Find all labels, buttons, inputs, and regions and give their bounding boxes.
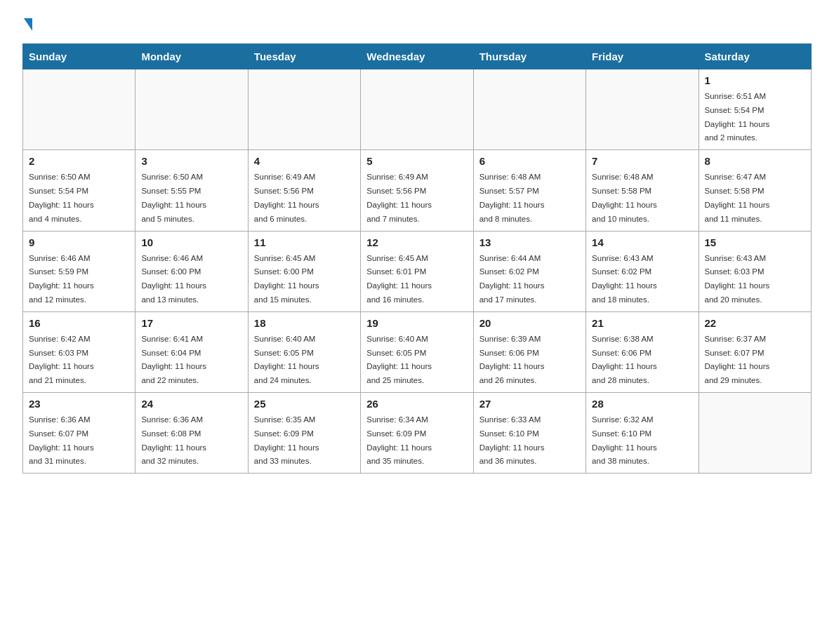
calendar-cell: 24Sunrise: 6:36 AMSunset: 6:08 PMDayligh… <box>135 393 248 474</box>
day-number: 11 <box>254 236 355 248</box>
day-number: 18 <box>254 317 355 329</box>
day-number: 12 <box>366 236 467 248</box>
calendar-cell: 12Sunrise: 6:45 AMSunset: 6:01 PMDayligh… <box>361 231 473 311</box>
page-header <box>22 17 812 31</box>
day-number: 23 <box>29 398 129 410</box>
calendar-cell <box>135 69 248 150</box>
calendar-cell: 7Sunrise: 6:48 AMSunset: 5:58 PMDaylight… <box>586 150 699 231</box>
calendar-cell: 3Sunrise: 6:50 AMSunset: 5:55 PMDaylight… <box>135 150 248 231</box>
week-row-5: 23Sunrise: 6:36 AMSunset: 6:07 PMDayligh… <box>23 393 812 474</box>
weekday-header-tuesday: Tuesday <box>248 44 360 69</box>
day-info: Sunrise: 6:48 AMSunset: 5:58 PMDaylight:… <box>592 173 657 222</box>
calendar-cell: 21Sunrise: 6:38 AMSunset: 6:06 PMDayligh… <box>586 311 699 392</box>
calendar-cell <box>473 69 585 150</box>
weekday-header-friday: Friday <box>586 44 699 69</box>
day-number: 15 <box>705 236 805 248</box>
day-info: Sunrise: 6:50 AMSunset: 5:54 PMDaylight:… <box>29 173 94 222</box>
day-number: 16 <box>29 317 129 329</box>
weekday-header-saturday: Saturday <box>699 44 811 69</box>
calendar-cell <box>23 69 135 150</box>
day-info: Sunrise: 6:35 AMSunset: 6:09 PMDaylight:… <box>254 415 319 465</box>
calendar-cell: 26Sunrise: 6:34 AMSunset: 6:09 PMDayligh… <box>361 393 473 474</box>
calendar-cell: 22Sunrise: 6:37 AMSunset: 6:07 PMDayligh… <box>699 311 811 392</box>
calendar-cell: 18Sunrise: 6:40 AMSunset: 6:05 PMDayligh… <box>248 311 360 392</box>
day-info: Sunrise: 6:48 AMSunset: 5:57 PMDaylight:… <box>479 173 545 222</box>
calendar-cell: 28Sunrise: 6:32 AMSunset: 6:10 PMDayligh… <box>586 393 699 474</box>
weekday-header-monday: Monday <box>135 44 248 69</box>
calendar-table: SundayMondayTuesdayWednesdayThursdayFrid… <box>22 43 812 474</box>
day-number: 10 <box>141 236 241 248</box>
day-number: 3 <box>141 155 241 167</box>
calendar-cell: 10Sunrise: 6:46 AMSunset: 6:00 PMDayligh… <box>135 231 248 311</box>
day-number: 2 <box>29 155 129 167</box>
day-info: Sunrise: 6:47 AMSunset: 5:58 PMDaylight:… <box>705 173 770 222</box>
calendar-cell: 13Sunrise: 6:44 AMSunset: 6:02 PMDayligh… <box>473 231 585 311</box>
day-number: 25 <box>254 398 355 410</box>
day-info: Sunrise: 6:38 AMSunset: 6:06 PMDaylight:… <box>592 335 657 384</box>
weekday-header-sunday: Sunday <box>23 44 135 69</box>
day-info: Sunrise: 6:45 AMSunset: 6:01 PMDaylight:… <box>366 254 432 304</box>
day-number: 5 <box>366 155 467 167</box>
calendar-cell: 16Sunrise: 6:42 AMSunset: 6:03 PMDayligh… <box>23 311 135 392</box>
day-info: Sunrise: 6:45 AMSunset: 6:00 PMDaylight:… <box>254 254 319 304</box>
day-info: Sunrise: 6:42 AMSunset: 6:03 PMDaylight:… <box>29 335 94 384</box>
calendar-cell: 27Sunrise: 6:33 AMSunset: 6:10 PMDayligh… <box>473 393 585 474</box>
day-number: 26 <box>366 398 467 410</box>
calendar-cell: 19Sunrise: 6:40 AMSunset: 6:05 PMDayligh… <box>361 311 473 392</box>
calendar-cell: 4Sunrise: 6:49 AMSunset: 5:56 PMDaylight… <box>248 150 360 231</box>
day-number: 14 <box>592 236 692 248</box>
day-number: 9 <box>29 236 129 248</box>
calendar-cell: 25Sunrise: 6:35 AMSunset: 6:09 PMDayligh… <box>248 393 360 474</box>
day-number: 19 <box>366 317 467 329</box>
calendar-cell: 20Sunrise: 6:39 AMSunset: 6:06 PMDayligh… <box>473 311 585 392</box>
day-info: Sunrise: 6:34 AMSunset: 6:09 PMDaylight:… <box>366 415 432 465</box>
day-number: 21 <box>592 317 692 329</box>
day-info: Sunrise: 6:40 AMSunset: 6:05 PMDaylight:… <box>254 335 319 384</box>
logo <box>22 17 32 31</box>
weekday-header-row: SundayMondayTuesdayWednesdayThursdayFrid… <box>23 44 812 69</box>
calendar-cell: 23Sunrise: 6:36 AMSunset: 6:07 PMDayligh… <box>23 393 135 474</box>
day-info: Sunrise: 6:39 AMSunset: 6:06 PMDaylight:… <box>479 335 545 384</box>
calendar-cell: 11Sunrise: 6:45 AMSunset: 6:00 PMDayligh… <box>248 231 360 311</box>
calendar-cell: 9Sunrise: 6:46 AMSunset: 5:59 PMDaylight… <box>23 231 135 311</box>
day-info: Sunrise: 6:40 AMSunset: 6:05 PMDaylight:… <box>366 335 432 384</box>
day-info: Sunrise: 6:51 AMSunset: 5:54 PMDaylight:… <box>705 92 770 142</box>
day-info: Sunrise: 6:33 AMSunset: 6:10 PMDaylight:… <box>479 415 545 465</box>
day-number: 4 <box>254 155 355 167</box>
day-info: Sunrise: 6:36 AMSunset: 6:08 PMDaylight:… <box>141 415 206 465</box>
day-info: Sunrise: 6:46 AMSunset: 5:59 PMDaylight:… <box>29 254 94 304</box>
week-row-3: 9Sunrise: 6:46 AMSunset: 5:59 PMDaylight… <box>23 231 812 311</box>
calendar-cell: 5Sunrise: 6:49 AMSunset: 5:56 PMDaylight… <box>361 150 473 231</box>
logo-arrow-icon <box>24 18 32 31</box>
day-info: Sunrise: 6:49 AMSunset: 5:56 PMDaylight:… <box>366 173 432 222</box>
day-info: Sunrise: 6:43 AMSunset: 6:03 PMDaylight:… <box>705 254 770 304</box>
week-row-1: 1Sunrise: 6:51 AMSunset: 5:54 PMDaylight… <box>23 69 812 150</box>
week-row-2: 2Sunrise: 6:50 AMSunset: 5:54 PMDaylight… <box>23 150 812 231</box>
day-number: 8 <box>705 155 805 167</box>
calendar-cell <box>361 69 473 150</box>
day-number: 22 <box>705 317 805 329</box>
day-info: Sunrise: 6:44 AMSunset: 6:02 PMDaylight:… <box>479 254 545 304</box>
calendar-cell: 17Sunrise: 6:41 AMSunset: 6:04 PMDayligh… <box>135 311 248 392</box>
day-number: 17 <box>141 317 241 329</box>
day-number: 27 <box>479 398 580 410</box>
calendar-cell: 6Sunrise: 6:48 AMSunset: 5:57 PMDaylight… <box>473 150 585 231</box>
calendar-cell: 15Sunrise: 6:43 AMSunset: 6:03 PMDayligh… <box>699 231 811 311</box>
day-number: 7 <box>592 155 692 167</box>
weekday-header-wednesday: Wednesday <box>361 44 473 69</box>
calendar-cell: 2Sunrise: 6:50 AMSunset: 5:54 PMDaylight… <box>23 150 135 231</box>
day-info: Sunrise: 6:46 AMSunset: 6:00 PMDaylight:… <box>141 254 206 304</box>
day-number: 13 <box>479 236 580 248</box>
day-number: 6 <box>479 155 580 167</box>
week-row-4: 16Sunrise: 6:42 AMSunset: 6:03 PMDayligh… <box>23 311 812 392</box>
day-info: Sunrise: 6:50 AMSunset: 5:55 PMDaylight:… <box>141 173 206 222</box>
day-number: 24 <box>141 398 241 410</box>
day-info: Sunrise: 6:32 AMSunset: 6:10 PMDaylight:… <box>592 415 657 465</box>
day-number: 1 <box>705 74 805 86</box>
day-info: Sunrise: 6:43 AMSunset: 6:02 PMDaylight:… <box>592 254 657 304</box>
calendar-cell <box>586 69 699 150</box>
weekday-header-thursday: Thursday <box>473 44 585 69</box>
day-number: 28 <box>592 398 692 410</box>
calendar-cell: 14Sunrise: 6:43 AMSunset: 6:02 PMDayligh… <box>586 231 699 311</box>
day-info: Sunrise: 6:49 AMSunset: 5:56 PMDaylight:… <box>254 173 319 222</box>
